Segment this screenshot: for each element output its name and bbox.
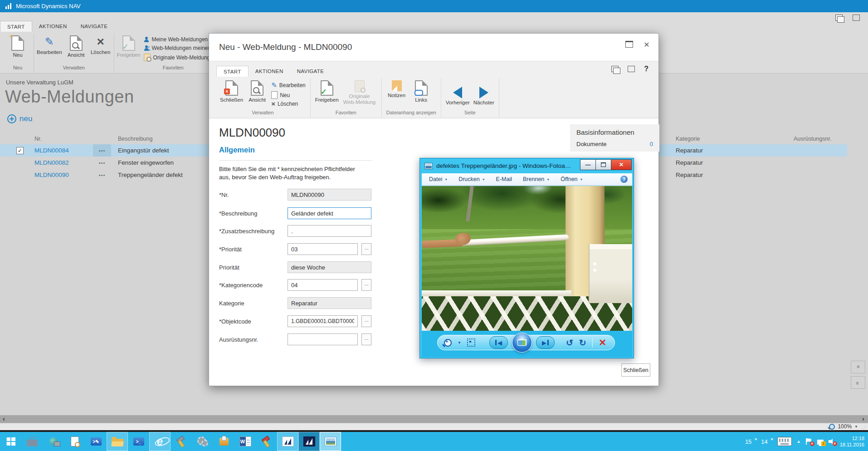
tab-aktionen[interactable]: AKTIONEN [32, 21, 74, 32]
find-pages-icon[interactable] [835, 15, 843, 21]
new-record-link[interactable]: neu [7, 114, 32, 123]
show-hidden-icons-icon[interactable]: ▲ [797, 439, 801, 444]
zoom-control[interactable]: 100% ▼ [829, 423, 858, 430]
loeschen-button[interactable]: × Löschen [90, 34, 111, 55]
scroll-left-icon[interactable]: ‹ [3, 415, 5, 422]
tray-badge-14[interactable]: 14» [761, 438, 772, 445]
prioritaet-field[interactable] [288, 243, 358, 255]
vorheriger-button[interactable]: Vorheriger [446, 86, 470, 105]
taskbar-iis-manager[interactable] [43, 432, 64, 451]
touch-keyboard-icon[interactable] [777, 437, 792, 446]
beschreibung-field[interactable] [288, 207, 371, 219]
next-image-button[interactable]: ▶ [536, 336, 555, 349]
taskbar-nav-dev[interactable] [256, 432, 277, 451]
column-nr[interactable]: Nr. [34, 136, 42, 142]
row-options-icon[interactable]: ••• [93, 160, 111, 166]
close-icon[interactable]: × [644, 41, 649, 48]
schliessen-dialog-button[interactable]: Schließen [621, 363, 650, 377]
horizontal-scrollbar[interactable]: ‹ › [0, 415, 868, 423]
menu-oeffnen[interactable]: Öffnen▼ [561, 176, 583, 182]
taskbar-dynamics-nav[interactable] [277, 432, 298, 451]
column-beschreibung[interactable]: Beschreibung [118, 136, 152, 142]
row-nr-link[interactable]: MLDN00090 [34, 172, 69, 178]
row-checkbox[interactable]: ✓ [16, 147, 24, 154]
taskbar-internet-explorer[interactable]: e [149, 432, 171, 451]
network-icon[interactable]: ! [817, 440, 824, 445]
dialog-tab-navigate[interactable]: NAVIGATE [290, 66, 331, 77]
fit-window-icon[interactable] [853, 15, 860, 21]
ausruestungsnr-field[interactable] [288, 333, 358, 345]
lookup-button[interactable]: ... [361, 279, 371, 291]
row-nr-link[interactable]: MLDN00084 [34, 147, 69, 154]
help-icon[interactable]: ? [620, 176, 628, 183]
freigeben-button[interactable]: ✓ Freigeben [117, 34, 141, 58]
close-icon[interactable]: ✕ [611, 159, 632, 170]
menu-datei[interactable]: Datei▼ [429, 176, 448, 182]
menu-email[interactable]: E-Mail [496, 176, 512, 182]
rotate-right-icon[interactable]: ↻ [579, 338, 586, 347]
chevron-down-icon[interactable]: ▼ [458, 341, 461, 345]
clock[interactable]: 12:18 18.11.2016 [840, 435, 864, 448]
maximize-icon[interactable] [595, 159, 611, 170]
section-allgemein[interactable]: Allgemein [219, 146, 255, 154]
taskbar-powershell-ise[interactable]: >✎ [85, 432, 107, 451]
links-button[interactable]: Links [411, 79, 432, 103]
taskbar-dynamics-nav-client[interactable] [298, 432, 320, 451]
bearbeiten-item[interactable]: ✎ Bearbeiten [271, 81, 306, 89]
schliessen-button[interactable]: × Schließen [220, 79, 243, 103]
lookup-button[interactable]: ... [361, 315, 371, 327]
scroll-bottom-button[interactable]: » [851, 376, 865, 389]
zusatzbeschreibung-field[interactable] [288, 225, 371, 237]
taskbar-services[interactable] [192, 432, 213, 451]
row-nr-link[interactable]: MLDN00082 [34, 159, 69, 166]
tab-navigate[interactable]: NAVIGATE [74, 21, 115, 32]
tray-badge-15[interactable]: 15» [745, 438, 756, 445]
dialog-tab-aktionen[interactable]: AKTIONEN [249, 66, 290, 77]
zoom-icon[interactable] [444, 339, 452, 347]
rotate-left-icon[interactable]: ↺ [566, 338, 573, 347]
ansicht-button[interactable]: Ansicht [247, 79, 268, 103]
originale-web-meldung-button[interactable]: Originale Web-Meldung [342, 79, 377, 105]
taskbar-file-explorer[interactable] [107, 432, 128, 451]
kategoriencode-field[interactable] [288, 279, 358, 291]
tab-start[interactable]: START [0, 21, 32, 32]
help-icon[interactable]: ? [644, 65, 649, 73]
taskbar-event-viewer[interactable] [64, 432, 85, 451]
notizen-button[interactable]: Notizen [386, 79, 407, 98]
maximize-icon[interactable] [625, 41, 633, 48]
ansicht-button[interactable]: Ansicht [66, 34, 87, 58]
dialog-tab-start[interactable]: START [216, 66, 249, 77]
neu-item[interactable]: Neu [271, 91, 306, 99]
scroll-top-button[interactable]: » [851, 361, 865, 373]
row-options-icon[interactable]: ••• [93, 144, 111, 157]
speaker-muted-icon[interactable]: ✕ [829, 438, 835, 445]
menu-brennen[interactable]: Brennen▼ [523, 176, 550, 182]
taskbar-config-tool[interactable] [171, 432, 192, 451]
find-pages-icon[interactable] [611, 66, 619, 72]
taskbar-photo-viewer[interactable] [320, 432, 341, 451]
naechster-button[interactable]: Nächster [473, 86, 494, 105]
freigeben-button[interactable]: ✓ Freigeben [315, 79, 339, 103]
dokumente-count[interactable]: 0 [650, 141, 653, 147]
taskbar-word[interactable]: W [234, 432, 256, 451]
delete-icon[interactable]: ✕ [599, 338, 606, 347]
scroll-right-icon[interactable]: › [862, 415, 864, 422]
actual-size-icon[interactable] [467, 338, 475, 347]
fit-window-icon[interactable] [628, 66, 635, 72]
action-center-flag-icon[interactable]: ✕ [806, 438, 812, 445]
menu-drucken[interactable]: Drucken▼ [458, 176, 485, 182]
lookup-button[interactable]: ... [361, 333, 371, 345]
row-options-icon[interactable]: ••• [93, 172, 111, 178]
neu-button[interactable]: ✳ Neu [5, 34, 31, 58]
play-slideshow-button[interactable] [512, 333, 532, 353]
lookup-button[interactable]: ... [361, 243, 371, 255]
objektcode-field[interactable] [288, 315, 358, 327]
bearbeiten-button[interactable]: ✎ Bearbeiten [37, 34, 62, 55]
minimize-icon[interactable]: — [580, 159, 596, 170]
column-kategorie[interactable]: Kategorie [676, 136, 700, 142]
taskbar-scheduler[interactable] [213, 432, 234, 451]
start-button[interactable] [0, 432, 21, 451]
loeschen-item[interactable]: × Löschen [271, 101, 306, 107]
taskbar-powershell[interactable]: >_ [128, 432, 149, 451]
taskbar-server-manager[interactable] [21, 432, 43, 451]
